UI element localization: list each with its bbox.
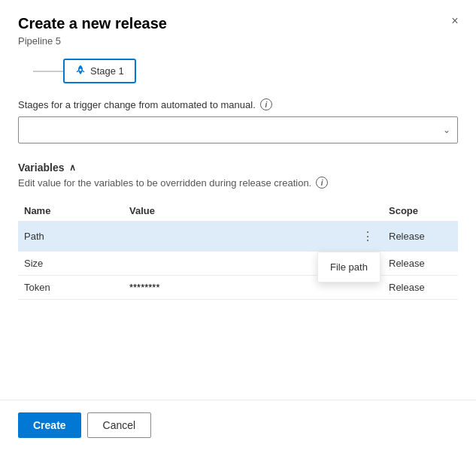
table-row: Token Release [18,276,458,300]
variables-table: Name Value Scope Path ⋮ [18,201,458,300]
trigger-dropdown-wrapper: ⌄ [18,116,458,143]
trigger-info-icon[interactable]: i [260,98,272,110]
trigger-section-label: Stages for a trigger change from automat… [18,98,458,110]
create-release-dialog: × Create a new release Pipeline 5 Stage … [0,0,476,450]
dialog-subtitle: Pipeline 5 [18,35,458,47]
dialog-header: × Create a new release Pipeline 5 [0,0,476,59]
col-header-name: Name [18,201,123,222]
path-context-menu-button[interactable]: ⋮ [359,228,377,245]
value-cell-path: ⋮ File path [129,228,377,245]
token-value-input[interactable] [129,282,377,293]
variables-section: Variables ∧ Edit value for the variables… [18,162,458,300]
var-scope-token: Release [383,276,458,300]
variables-info-icon[interactable]: i [316,177,328,189]
stage-icon [75,65,86,77]
table-row: Size Release [18,252,458,276]
table-row: Path ⋮ File path Release [18,222,458,252]
file-path-tooltip: File path [317,252,380,282]
var-name-path: Path [18,222,123,252]
variables-title: Variables [18,162,65,174]
col-header-scope: Scope [383,201,458,222]
cancel-button[interactable]: Cancel [87,412,152,438]
stage-container: Stage 1 [18,59,458,83]
path-value-input[interactable] [129,231,356,242]
dialog-body: Stage 1 Stages for a trigger change from… [0,59,476,400]
var-scope-path: Release [383,222,458,252]
variables-chevron-icon[interactable]: ∧ [69,162,76,173]
close-button[interactable]: × [446,12,464,30]
dialog-title: Create a new release [18,15,458,32]
variables-header: Variables ∧ [18,162,458,174]
svg-point-0 [80,69,82,71]
col-header-value: Value [123,201,383,222]
stage-label: Stage 1 [90,65,124,77]
var-name-size: Size [18,252,123,276]
dialog-footer: Create Cancel [0,400,476,450]
variables-description: Edit value for the variables to be overr… [18,177,458,189]
var-name-token: Token [18,276,123,300]
create-button[interactable]: Create [18,412,81,438]
stage-line [33,71,63,72]
trigger-dropdown-input[interactable] [18,116,458,143]
var-scope-size: Release [383,252,458,276]
var-value-path: ⋮ File path [123,222,383,252]
stage-box: Stage 1 [63,59,136,83]
table-header-row: Name Value Scope [18,201,458,222]
